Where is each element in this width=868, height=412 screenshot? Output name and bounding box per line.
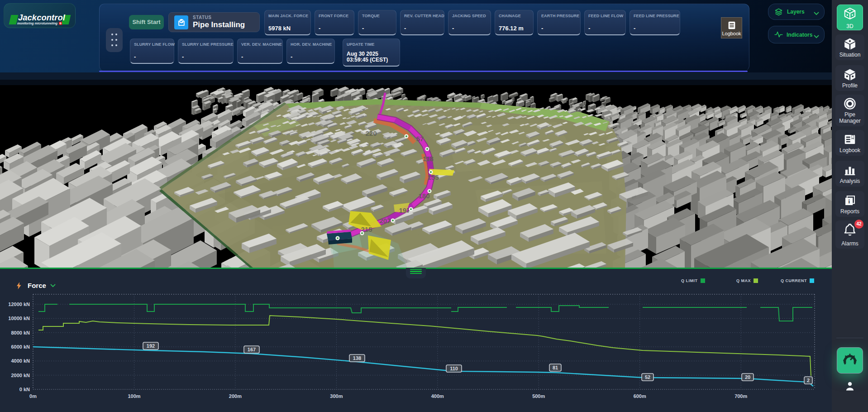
svg-text:400m: 400m: [431, 393, 444, 399]
svg-text:300m: 300m: [330, 393, 343, 399]
svg-text:81: 81: [553, 365, 558, 370]
svg-text:8000 kN: 8000 kN: [11, 330, 30, 335]
svg-text:100m: 100m: [128, 393, 140, 399]
svg-text:192: 192: [147, 343, 155, 349]
svg-text:2: 2: [807, 378, 810, 383]
svg-text:220: 220: [365, 129, 377, 137]
svg-text:700m: 700m: [734, 393, 747, 399]
svg-text:207: 207: [379, 217, 391, 225]
svg-text:138: 138: [353, 355, 361, 361]
svg-text:200m: 200m: [229, 393, 242, 399]
svg-text:118: 118: [423, 155, 434, 163]
svg-text:155: 155: [427, 173, 439, 181]
svg-text:0 kN: 0 kN: [19, 387, 30, 392]
svg-text:i: i: [848, 198, 850, 205]
svg-text:2000 kN: 2000 kN: [11, 373, 30, 378]
svg-text:12000 kN: 12000 kN: [8, 302, 30, 307]
svg-text:4000 kN: 4000 kN: [11, 358, 30, 364]
svg-text:0m: 0m: [29, 393, 37, 399]
svg-text:500m: 500m: [532, 393, 545, 399]
svg-text:57: 57: [416, 135, 424, 143]
svg-text:20: 20: [745, 374, 750, 380]
svg-text:600m: 600m: [634, 393, 646, 399]
svg-text:197: 197: [399, 206, 410, 214]
svg-text:10000 kN: 10000 kN: [8, 316, 30, 321]
svg-text:52: 52: [645, 374, 650, 380]
svg-text:110: 110: [450, 366, 458, 371]
svg-text:167: 167: [248, 347, 256, 352]
svg-text:6000 kN: 6000 kN: [11, 344, 30, 350]
svg-text:180: 180: [418, 192, 429, 200]
